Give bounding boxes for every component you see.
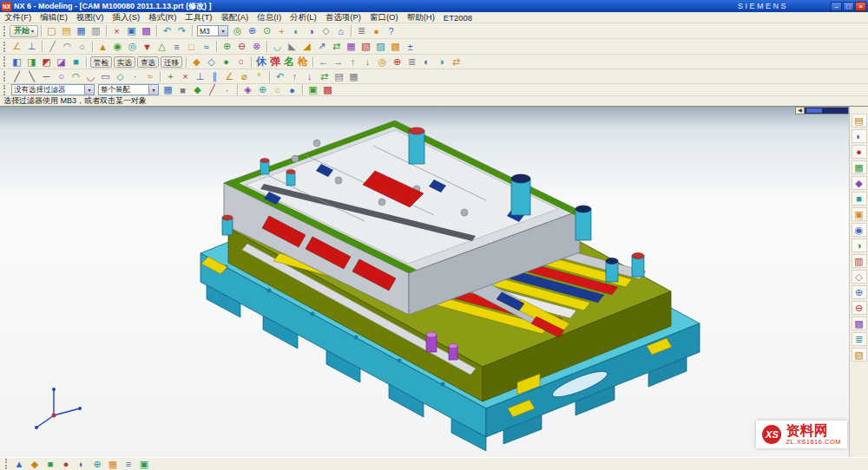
start-menu-button[interactable]: 开始▾ bbox=[10, 25, 38, 37]
toolbar-grip[interactable] bbox=[5, 459, 8, 469]
help-icon[interactable]: ? bbox=[384, 24, 398, 37]
query-select-button[interactable]: 查选 bbox=[137, 56, 159, 68]
arc-icon[interactable]: ◠ bbox=[60, 40, 75, 53]
degree-dimension-icon[interactable]: ° bbox=[252, 70, 266, 83]
graphics-viewport[interactable]: ◀ XS 资料网 ZL.XS1616.COM bbox=[0, 107, 849, 457]
chamfer-icon[interactable]: ◣ bbox=[285, 40, 299, 53]
list-toggle-icon[interactable]: ≡ bbox=[121, 459, 136, 470]
intersect-boolean-icon[interactable]: ⊗ bbox=[249, 40, 264, 53]
fit-view-icon[interactable]: ⊕ bbox=[245, 24, 260, 37]
grid-toggle-icon[interactable]: ▦ bbox=[105, 459, 121, 470]
subtract-boolean-icon[interactable]: ⊖ bbox=[234, 40, 249, 53]
arc-down-tool-icon[interactable]: ◡ bbox=[83, 70, 98, 83]
refresh-view-icon[interactable]: ◎ bbox=[230, 24, 245, 37]
undo-icon[interactable]: ↶ bbox=[160, 24, 174, 37]
print-icon[interactable]: ▥ bbox=[89, 24, 103, 37]
isometric-view-icon[interactable]: ◪ bbox=[54, 55, 69, 69]
rotate-view-icon[interactable]: ◐ bbox=[289, 24, 304, 37]
menu-item-6[interactable]: 装配(A) bbox=[217, 12, 253, 23]
snap-center-icon[interactable]: ● bbox=[219, 55, 233, 69]
copy-icon[interactable]: ▣ bbox=[124, 24, 139, 37]
maximize-button[interactable]: □ bbox=[843, 2, 854, 11]
filter-any-icon[interactable]: ▦ bbox=[161, 83, 175, 96]
menu-item-0[interactable]: 文件(F) bbox=[0, 12, 36, 23]
layer-palette-icon[interactable]: ≣ bbox=[852, 332, 867, 346]
macro-qiang-button[interactable]: 枪 bbox=[296, 55, 310, 69]
redo-icon[interactable]: ↷ bbox=[174, 24, 189, 37]
assembly-navigator-icon[interactable]: ▤ bbox=[852, 114, 867, 127]
roles-palette-icon[interactable]: ◇ bbox=[852, 270, 867, 284]
scale-body-icon[interactable]: ↗ bbox=[314, 40, 329, 53]
hd3d-tools-icon[interactable]: ◆ bbox=[852, 176, 867, 190]
display-mode-icon[interactable]: ▣ bbox=[136, 459, 152, 470]
target-point-icon[interactable]: ⊕ bbox=[390, 55, 404, 69]
toolbar-grip[interactable] bbox=[3, 85, 6, 95]
highlight-selection-icon[interactable]: ▣ bbox=[306, 83, 320, 96]
line-tool-icon[interactable]: ╱ bbox=[10, 70, 24, 83]
circle-icon[interactable]: ○ bbox=[75, 40, 89, 53]
extrude-icon[interactable]: ▲ bbox=[95, 40, 110, 53]
move-left-icon[interactable]: ← bbox=[316, 55, 331, 69]
menu-item-8[interactable]: 分析(L) bbox=[286, 12, 321, 23]
notes-palette-icon[interactable]: ▧ bbox=[852, 348, 867, 362]
trim-body-icon[interactable]: ▧ bbox=[358, 40, 373, 53]
flip-up-icon[interactable]: ↑ bbox=[287, 70, 302, 83]
toolbar-grip[interactable] bbox=[3, 42, 6, 52]
swap-view-icon[interactable]: ⇄ bbox=[449, 55, 464, 69]
measure-icon[interactable]: ± bbox=[403, 40, 418, 53]
selection-scope-combo[interactable]: 整个装配 ▾ bbox=[98, 84, 159, 95]
shell-icon[interactable]: □ bbox=[184, 40, 199, 53]
open-file-icon[interactable]: ▤ bbox=[59, 24, 74, 37]
filter-point-icon[interactable]: · bbox=[220, 83, 234, 96]
spline-tool-icon[interactable]: ≈ bbox=[142, 70, 157, 83]
grid-display-icon[interactable]: ▤ bbox=[332, 70, 346, 83]
snap-enable-icon[interactable]: ◈ bbox=[240, 83, 255, 96]
web-browser-icon[interactable]: ■ bbox=[852, 192, 867, 206]
process-studio-icon[interactable]: ◑ bbox=[852, 238, 867, 252]
arc-up-tool-icon[interactable]: ◠ bbox=[69, 70, 83, 83]
system-materials-icon[interactable]: ◉ bbox=[852, 223, 867, 237]
scrollbar-track[interactable] bbox=[805, 108, 848, 114]
angle-dimension-icon[interactable]: ∠ bbox=[222, 70, 237, 83]
rib-icon[interactable]: ≡ bbox=[169, 40, 184, 53]
view-state-combo[interactable]: M3▾ bbox=[197, 25, 228, 36]
menu-item-11[interactable]: 帮助(H) bbox=[403, 12, 439, 23]
menu-item-1[interactable]: 编辑(E) bbox=[36, 12, 72, 23]
save-file-icon[interactable]: ▦ bbox=[74, 24, 89, 37]
side-view-icon[interactable]: ◩ bbox=[39, 55, 54, 69]
close-button[interactable]: × bbox=[855, 2, 866, 11]
migrate-button[interactable]: 迁移 bbox=[161, 56, 182, 68]
reuse-library-icon[interactable]: ▦ bbox=[852, 160, 867, 174]
parallel-constraint-icon[interactable]: ∥ bbox=[207, 70, 222, 83]
scroll-left-icon[interactable]: ◀ bbox=[796, 108, 805, 114]
pocket-icon[interactable]: ▼ bbox=[140, 40, 155, 53]
snap-endpoint-icon[interactable]: ○ bbox=[233, 55, 248, 69]
exchange-icon[interactable]: ⇄ bbox=[317, 70, 332, 83]
half-shade-icon[interactable]: ◐ bbox=[419, 55, 434, 69]
menu-item-9[interactable]: 首选项(P) bbox=[321, 12, 365, 23]
offset-surface-icon[interactable]: ▩ bbox=[388, 40, 403, 53]
horizontal-scrollbar[interactable]: ◀ bbox=[795, 107, 849, 114]
snap-point-icon[interactable]: ◆ bbox=[189, 55, 204, 69]
perpendicular-constraint-icon[interactable]: ⊥ bbox=[193, 70, 207, 83]
scrollbar-thumb[interactable] bbox=[806, 108, 822, 113]
datum-plane-icon[interactable]: ⊥ bbox=[24, 40, 39, 53]
menu-item-10[interactable]: 窗口(O) bbox=[365, 12, 403, 23]
macro-xiu-button[interactable]: 休 bbox=[254, 55, 268, 69]
constraint-navigator-icon[interactable]: ◐ bbox=[852, 129, 867, 143]
thread-icon[interactable]: ≈ bbox=[199, 40, 214, 53]
delete-constraint-icon[interactable]: × bbox=[178, 70, 193, 83]
toolbar-grip[interactable] bbox=[3, 71, 6, 82]
hole-icon[interactable]: ◎ bbox=[125, 40, 140, 53]
toolbar-grip[interactable] bbox=[3, 26, 6, 36]
minimize-button[interactable]: – bbox=[831, 2, 842, 11]
wireframe-display-icon[interactable]: ◇ bbox=[319, 24, 333, 37]
table-display-icon[interactable]: ▦ bbox=[346, 70, 361, 83]
orient-view-icon[interactable]: ⌂ bbox=[333, 24, 348, 37]
shaded-view-icon[interactable]: ■ bbox=[69, 55, 83, 69]
menu-item-2[interactable]: 视图(V) bbox=[72, 12, 108, 23]
undo-sketch-icon[interactable]: ↶ bbox=[273, 70, 287, 83]
move-right-icon[interactable]: → bbox=[331, 55, 345, 69]
circle-tool-icon[interactable]: ○ bbox=[54, 70, 69, 83]
layer-visible-icon[interactable]: ≣ bbox=[404, 55, 419, 69]
